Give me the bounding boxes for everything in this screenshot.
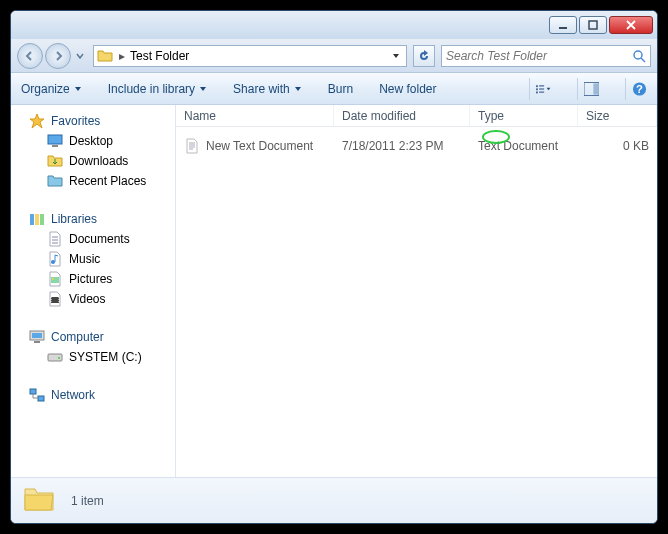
panel-icon [584, 82, 599, 96]
burn-button[interactable]: Burn [328, 82, 353, 96]
svg-text:?: ? [636, 82, 643, 94]
new-folder-button[interactable]: New folder [379, 82, 436, 96]
maximize-button[interactable] [579, 16, 607, 34]
sidebar-item-music[interactable]: Music [11, 249, 175, 269]
navigation-pane: Favorites Desktop Downloads Recent Place… [11, 105, 176, 477]
svg-rect-1 [589, 21, 597, 29]
newfolder-label: New folder [379, 82, 436, 96]
downloads-icon [47, 153, 63, 169]
refresh-icon [417, 49, 431, 63]
maximize-icon [588, 20, 598, 30]
sidebar-item-documents[interactable]: Documents [11, 229, 175, 249]
organize-menu[interactable]: Organize [21, 82, 82, 96]
minimize-icon [558, 20, 568, 30]
sidebar-item-label: Videos [69, 292, 105, 306]
help-button[interactable]: ? [625, 78, 647, 100]
sidebar-item-label: Recent Places [69, 174, 146, 188]
svg-point-18 [51, 260, 55, 264]
back-button[interactable] [17, 43, 43, 69]
svg-rect-8 [539, 91, 544, 92]
address-bar[interactable]: ▸ Test Folder [93, 45, 407, 67]
pictures-icon [47, 271, 63, 287]
chevron-down-icon [199, 85, 207, 93]
sidebar-item-label: Music [69, 252, 100, 266]
column-type[interactable]: Type [470, 105, 578, 126]
view-icon [536, 82, 546, 96]
videos-icon [47, 291, 63, 307]
help-icon: ? [632, 81, 647, 97]
column-date[interactable]: Date modified [334, 105, 470, 126]
explorer-window: ▸ Test Folder Organize Include in librar… [10, 10, 658, 524]
svg-rect-24 [34, 341, 40, 343]
file-size: 0 KB [578, 139, 657, 153]
share-with-menu[interactable]: Share with [233, 82, 302, 96]
sidebar-item-label: Downloads [69, 154, 128, 168]
search-input[interactable] [446, 49, 632, 63]
breadcrumb-chevron-icon[interactable]: ▸ [116, 49, 128, 63]
text-file-icon [184, 138, 200, 154]
search-box[interactable] [441, 45, 651, 67]
sidebar-computer-header[interactable]: Computer [11, 327, 175, 347]
status-bar: 1 item [11, 477, 657, 523]
close-button[interactable] [609, 16, 653, 34]
star-icon [29, 113, 45, 129]
sidebar-item-label: Documents [69, 232, 130, 246]
search-icon [632, 49, 646, 63]
sidebar-favorites-header[interactable]: Favorites [11, 111, 175, 131]
chevron-down-icon [74, 85, 82, 93]
libraries-icon [29, 211, 45, 227]
file-list-area: Name Date modified Type Size New Text Do… [176, 105, 657, 477]
sidebar-network-header[interactable]: Network [11, 385, 175, 405]
address-dropdown[interactable] [388, 46, 404, 66]
recent-icon [47, 173, 63, 189]
sidebar-item-drive-c[interactable]: SYSTEM (C:) [11, 347, 175, 367]
sidebar-item-desktop[interactable]: Desktop [11, 131, 175, 151]
svg-point-20 [52, 278, 54, 280]
arrow-right-icon [52, 50, 64, 62]
include-label: Include in library [108, 82, 195, 96]
refresh-button[interactable] [413, 45, 435, 67]
sidebar-item-label: Desktop [69, 134, 113, 148]
svg-rect-5 [536, 88, 538, 90]
svg-rect-10 [593, 83, 598, 94]
svg-rect-25 [48, 354, 62, 361]
arrow-left-icon [24, 50, 36, 62]
include-in-library-menu[interactable]: Include in library [108, 82, 207, 96]
sidebar-libraries-header[interactable]: Libraries [11, 209, 175, 229]
svg-rect-13 [48, 135, 62, 144]
sidebar-item-recent[interactable]: Recent Places [11, 171, 175, 191]
sidebar-item-pictures[interactable]: Pictures [11, 269, 175, 289]
share-label: Share with [233, 82, 290, 96]
favorites-label: Favorites [51, 114, 100, 128]
status-text: 1 item [71, 494, 104, 508]
svg-rect-16 [35, 214, 39, 225]
file-date: 7/18/2011 2:23 PM [334, 139, 470, 153]
column-size[interactable]: Size [578, 105, 657, 126]
sidebar-item-label: SYSTEM (C:) [69, 350, 142, 364]
column-name[interactable]: Name [176, 105, 334, 126]
computer-icon [29, 329, 45, 345]
documents-icon [47, 231, 63, 247]
svg-rect-27 [30, 389, 36, 394]
svg-rect-6 [539, 88, 544, 89]
sidebar-item-label: Pictures [69, 272, 112, 286]
drive-icon [47, 349, 63, 365]
desktop-icon [47, 133, 63, 149]
nav-history-dropdown[interactable] [73, 46, 87, 66]
chevron-down-icon [294, 85, 302, 93]
sidebar-item-videos[interactable]: Videos [11, 289, 175, 309]
svg-rect-14 [52, 145, 58, 147]
chevron-down-icon [76, 52, 84, 60]
sidebar-item-downloads[interactable]: Downloads [11, 151, 175, 171]
burn-label: Burn [328, 82, 353, 96]
forward-button[interactable] [45, 43, 71, 69]
view-options-menu[interactable] [529, 78, 551, 100]
file-name: New Text Document [206, 139, 313, 153]
breadcrumb-segment[interactable]: Test Folder [128, 49, 191, 63]
close-icon [626, 20, 636, 30]
svg-point-26 [58, 357, 60, 359]
file-row[interactable]: New Text Document 7/18/2011 2:23 PM Text… [176, 135, 657, 157]
minimize-button[interactable] [549, 16, 577, 34]
preview-pane-button[interactable] [577, 78, 599, 100]
folder-icon [96, 47, 114, 65]
